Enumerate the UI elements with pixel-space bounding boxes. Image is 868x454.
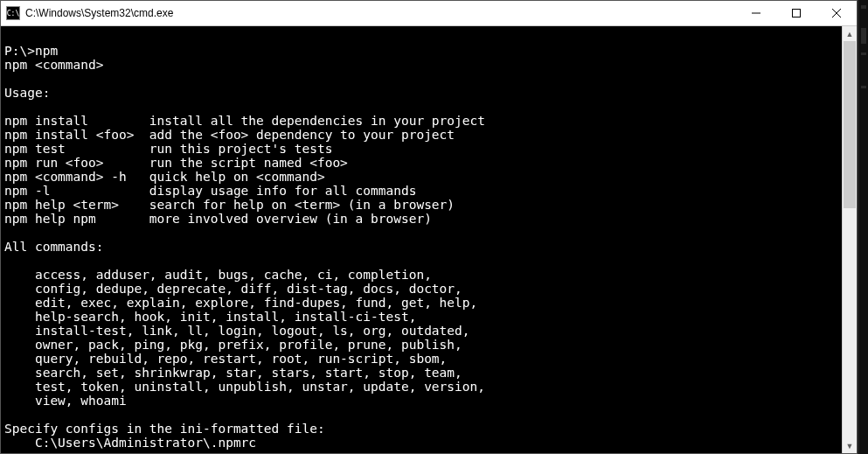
- window-title: C:\Windows\System32\cmd.exe: [25, 7, 736, 19]
- maximize-button[interactable]: [776, 1, 816, 25]
- cmd-window: C:\ C:\Windows\System32\cmd.exe P:\>npm …: [0, 0, 858, 454]
- minimize-button[interactable]: [736, 1, 776, 25]
- titlebar[interactable]: C:\ C:\Windows\System32\cmd.exe: [1, 1, 857, 26]
- close-button[interactable]: [816, 1, 857, 25]
- scroll-up-arrow[interactable]: ▲: [843, 26, 857, 41]
- scroll-down-arrow[interactable]: ▼: [843, 438, 857, 453]
- scroll-track[interactable]: [843, 41, 857, 438]
- terminal-output[interactable]: P:\>npm npm <command> Usage: npm install…: [1, 26, 842, 453]
- svg-rect-1: [793, 10, 801, 17]
- scroll-thumb[interactable]: [844, 41, 856, 208]
- app-icon: C:\: [6, 6, 20, 20]
- editor-minimap-strip: [858, 0, 868, 454]
- client-area: P:\>npm npm <command> Usage: npm install…: [1, 26, 857, 453]
- window-controls: [736, 1, 857, 25]
- vertical-scrollbar[interactable]: ▲ ▼: [842, 26, 857, 453]
